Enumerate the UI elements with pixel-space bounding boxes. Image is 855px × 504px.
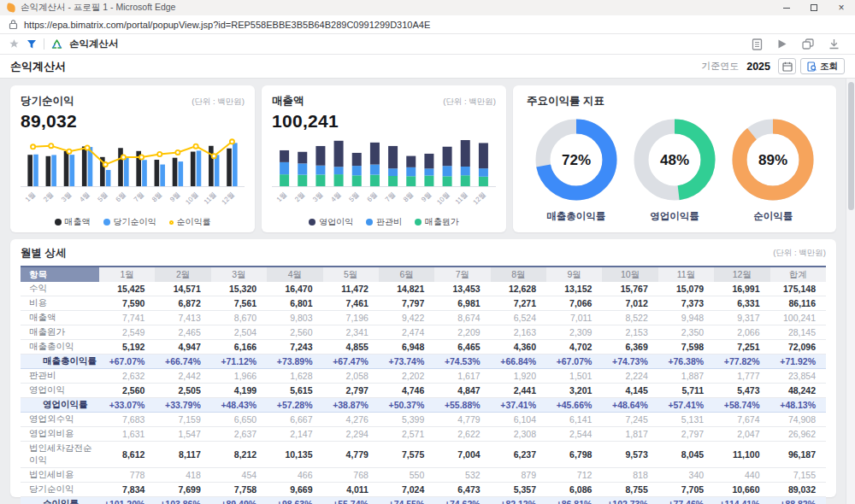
- table-cell: +66.84%: [491, 355, 546, 369]
- sales-bar: [155, 160, 160, 186]
- table-cell: 879: [491, 468, 546, 483]
- search-doc-icon: [807, 62, 817, 72]
- sales-bar: [118, 148, 123, 186]
- table-cell: 7,373: [658, 296, 714, 311]
- sales-unit: (단위 : 백만원): [443, 97, 496, 108]
- net-income-bar: [124, 158, 129, 186]
- table-cell: +71.12%: [211, 355, 267, 369]
- legend-item[interactable]: 매출액: [55, 216, 91, 228]
- table-cell: +48.64%: [602, 398, 657, 413]
- legend-dot-icon: [415, 219, 422, 226]
- search-button[interactable]: 조회: [800, 58, 845, 74]
- legend-item[interactable]: 매출원가: [415, 216, 459, 228]
- table-cell: 7,155: [770, 468, 827, 483]
- legend-item[interactable]: 판관비: [366, 216, 402, 228]
- table-row: 영업이익률+33.07%+33.79%+48.43%+57.28%+38.87%…: [21, 398, 826, 413]
- x-axis-label: 8월: [150, 190, 163, 203]
- download-icon[interactable]: [828, 38, 840, 50]
- table-cell: +33.79%: [155, 398, 210, 413]
- run-icon[interactable]: [777, 38, 787, 50]
- month-column-header: 4월: [267, 267, 322, 282]
- filter-icon[interactable]: [27, 39, 37, 50]
- star-icon[interactable]: [9, 38, 20, 50]
- stacked-bar-segment: [479, 143, 488, 168]
- table-cell: 10,135: [267, 442, 322, 468]
- stacked-bar-segment: [315, 174, 325, 186]
- table-cell: +57.41%: [658, 398, 714, 413]
- table-cell: 2,163: [491, 325, 546, 340]
- scrollbar-thumb[interactable]: [848, 82, 854, 210]
- x-axis-label: 3월: [311, 190, 324, 203]
- month-column-header: 합계: [770, 267, 827, 282]
- toolbar-divider: [44, 38, 44, 50]
- table-cell: 2,560: [267, 325, 322, 340]
- stacked-bar-segment: [406, 167, 416, 176]
- popup-window-icon[interactable]: [802, 38, 814, 50]
- vertical-scrollbar[interactable]: [846, 79, 855, 504]
- legend-dot-icon: [103, 219, 110, 226]
- net-income-bar: [70, 155, 75, 186]
- line-marker: [139, 155, 144, 159]
- table-cell: 6,981: [434, 296, 490, 311]
- table-cell: 8,045: [658, 442, 714, 468]
- table-cell: 5,399: [379, 413, 434, 427]
- table-cell: 1,501: [546, 369, 602, 384]
- table-row: 법인세비용77841845446676855053287971281834044…: [21, 468, 826, 483]
- row-label: 비용: [21, 296, 99, 311]
- stacked-bar-segment: [424, 154, 433, 168]
- line-marker: [67, 149, 71, 154]
- legend-item[interactable]: 당기순이익: [103, 216, 156, 228]
- row-label: 순이익률: [21, 497, 99, 504]
- table-cell: 7,245: [602, 413, 657, 427]
- sales-bar: [27, 155, 32, 186]
- table-cell: 7,674: [714, 413, 770, 427]
- url-bar[interactable]: https://epa.bimatrix.com/portal/popupVie…: [0, 15, 855, 34]
- month-column-header: 2월: [155, 267, 210, 282]
- recycle-icon: [51, 39, 62, 50]
- table-cell: 1,887: [658, 369, 714, 384]
- donut-svg: 48%: [628, 113, 722, 207]
- table-cell: +48.13%: [770, 398, 827, 413]
- legend-item[interactable]: 영업이익: [309, 216, 353, 228]
- document-icon[interactable]: [752, 38, 763, 50]
- table-cell: 8,212: [211, 442, 267, 468]
- x-axis-label: 4월: [329, 190, 342, 203]
- table-cell: 6,872: [155, 296, 210, 311]
- table-cell: 4,779: [434, 413, 490, 427]
- table-cell: 2,632: [99, 369, 155, 384]
- x-axis-label: 11월: [454, 190, 469, 206]
- x-axis-label: 9월: [168, 190, 181, 203]
- minimize-button[interactable]: [773, 0, 800, 15]
- table-cell: 5,711: [658, 384, 714, 398]
- stacked-bar-segment: [315, 146, 325, 166]
- legend-item[interactable]: 순이익률: [169, 216, 211, 228]
- browser-titlebar: 손익계산서 - 프로필 1 - Microsoft Edge ×: [0, 0, 855, 15]
- table-cell: 7,590: [99, 296, 155, 311]
- net-income-legend: 매출액당기순이익순이익률: [21, 216, 245, 228]
- net-income-bar: [142, 160, 147, 186]
- table-cell: 9,948: [658, 311, 714, 325]
- line-marker: [49, 144, 53, 148]
- maximize-button[interactable]: [800, 0, 828, 15]
- table-cell: 6,667: [267, 413, 322, 427]
- donut-svg: 89%: [726, 113, 820, 207]
- calendar-button[interactable]: [778, 58, 796, 74]
- table-cell: 2,544: [546, 427, 602, 442]
- report-name[interactable]: 손익계산서: [69, 38, 119, 50]
- net-income-bar: [197, 150, 202, 186]
- sales-bar: [46, 156, 51, 186]
- net-margin-line: [33, 142, 233, 165]
- table-row: 매출액7,7417,4138,6709,8037,1969,4228,6746,…: [21, 311, 826, 325]
- close-button[interactable]: ×: [828, 0, 855, 15]
- stacked-bar-segment: [461, 167, 470, 175]
- table-cell: 7,561: [211, 296, 267, 311]
- month-column-header: 1월: [99, 267, 155, 282]
- donut-label: 매출총이익률: [546, 210, 605, 223]
- base-year-value[interactable]: 2025: [746, 61, 770, 73]
- window-controls: ×: [773, 0, 855, 15]
- profit-ratio-card-title: 주요이익률 지표: [527, 94, 604, 108]
- stacked-bar-segment: [298, 163, 307, 174]
- table-cell: 11,100: [714, 442, 770, 468]
- row-label: 영업이익: [21, 384, 99, 398]
- monthly-detail-title: 월별 상세: [21, 246, 66, 261]
